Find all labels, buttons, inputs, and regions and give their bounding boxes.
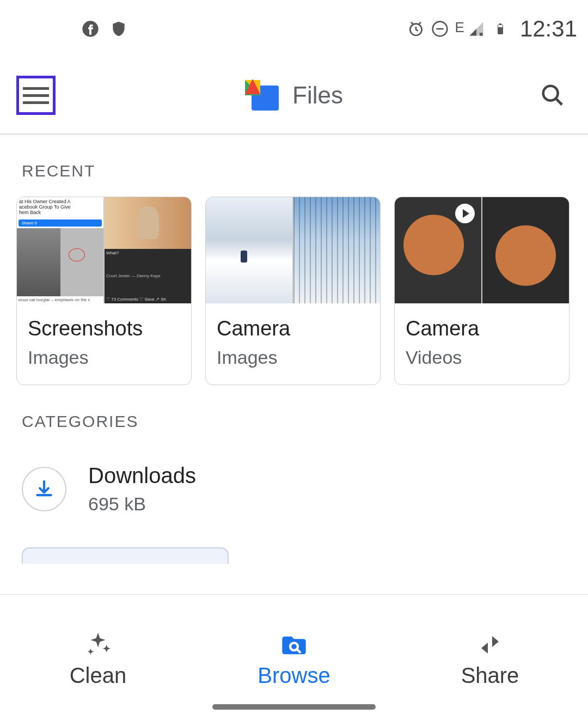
status-right: E 12:31	[407, 16, 577, 42]
nav-browse[interactable]: Browse	[196, 595, 392, 714]
sparkle-icon	[83, 632, 113, 658]
swap-icon	[475, 632, 505, 658]
recent-header: RECENT	[0, 135, 588, 197]
nav-label: Browse	[258, 663, 330, 688]
bottom-nav: Clean Browse Share	[0, 594, 588, 714]
recent-thumbnail: at His Owner Created Aacebook Group To G…	[17, 197, 191, 303]
status-left	[82, 20, 127, 38]
network-type: E	[455, 19, 464, 36]
recent-thumbnail	[395, 197, 569, 303]
recent-scroll[interactable]: at His Owner Created Aacebook Group To G…	[0, 197, 588, 385]
shield-icon	[110, 20, 127, 38]
recent-card-title: Screenshots	[28, 317, 180, 340]
svg-rect-4	[499, 23, 501, 25]
menu-button[interactable]	[16, 76, 56, 115]
category-title: Downloads	[88, 463, 196, 488]
nav-clean[interactable]: Clean	[0, 595, 196, 714]
files-logo-icon	[245, 80, 279, 111]
status-bar: E 12:31	[0, 0, 588, 57]
category-size: 695 kB	[88, 493, 196, 515]
category-next-partial[interactable]	[22, 547, 229, 564]
alarm-icon	[407, 20, 425, 38]
recent-card-subtitle: Images	[28, 347, 180, 368]
categories-header: CATEGORIES	[0, 385, 588, 447]
app-title: Files	[292, 82, 343, 109]
download-icon	[22, 467, 66, 511]
nav-label: Share	[461, 663, 519, 688]
facebook-icon	[82, 20, 99, 38]
dnd-icon	[431, 20, 449, 38]
category-downloads[interactable]: Downloads 695 kB	[0, 447, 588, 531]
recent-thumbnail	[206, 197, 380, 303]
recent-card-camera-images[interactable]: Camera Images	[205, 197, 381, 385]
app-bar: Files	[0, 57, 588, 135]
clock-time: 12:31	[520, 16, 577, 42]
nav-share[interactable]: Share	[392, 595, 588, 714]
search-button[interactable]	[539, 82, 566, 109]
home-indicator[interactable]	[212, 704, 376, 710]
play-icon	[455, 204, 475, 223]
nav-label: Clean	[70, 663, 127, 688]
recent-card-screenshots[interactable]: at His Owner Created Aacebook Group To G…	[16, 197, 192, 385]
svg-rect-5	[498, 25, 503, 27]
recent-card-camera-videos[interactable]: Camera Videos	[394, 197, 569, 385]
app-title-wrap: Files	[245, 80, 343, 111]
recent-card-subtitle: Videos	[406, 347, 558, 368]
recent-card-title: Camera	[406, 317, 558, 340]
recent-card-title: Camera	[217, 317, 369, 340]
signal-icon	[468, 20, 485, 38]
recent-card-subtitle: Images	[217, 347, 369, 368]
battery-icon	[492, 20, 509, 38]
svg-point-6	[543, 86, 558, 101]
folder-search-icon	[279, 632, 309, 658]
